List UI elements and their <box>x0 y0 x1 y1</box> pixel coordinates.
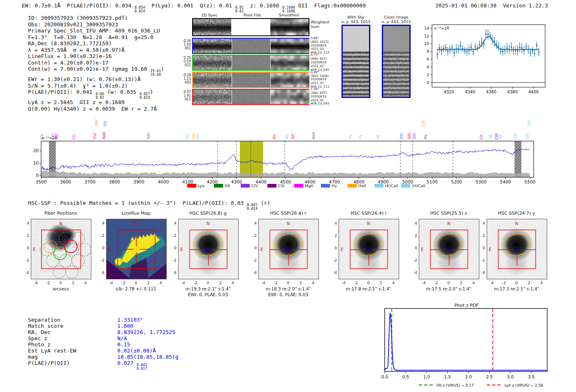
weighted-sum-strip <box>192 18 309 36</box>
x-tick-label: 0 <box>204 281 212 285</box>
svg-text:12: 12 <box>424 34 429 38</box>
svg-text:SiII: SiII <box>291 134 295 139</box>
y-tick-label: 2 <box>167 233 177 238</box>
clean-image-coords: x, y: 443, 1015 <box>376 19 417 24</box>
svg-text:Hβ: Hβ <box>488 134 492 139</box>
svg-text:OII z (VIRUS) = 0.17: OII z (VIRUS) = 0.17 <box>437 383 474 387</box>
svg-text:Lyα: Lyα <box>198 183 204 188</box>
info-line-13: LyA z = 2.5845 OII z = 0.1689 <box>28 99 164 106</box>
cutout-caption-1: m:18.3 re:2.0" s:1.4" <box>242 286 334 291</box>
cutout-panel-4: HSC SSP(26.4) r420-2-4-4-2024m:18.3 re:2… <box>245 211 329 297</box>
svg-text:3.5: 3.5 <box>528 374 535 379</box>
svg-text:2: 2 <box>427 72 429 77</box>
svg-text:Hγ: Hγ <box>423 134 427 139</box>
y-tick-label: 0 <box>248 246 257 250</box>
x-tick-label: 0 <box>513 281 521 285</box>
spec2d-image-smooth <box>271 90 309 104</box>
cutout-caption-2: EWr: 0, PLAE: 0.03 <box>242 292 334 297</box>
y-tick-label: 2 <box>476 233 485 238</box>
x-tick-label: -4 <box>420 281 428 285</box>
cutout-caption-1: m:17.3 re:2.1" s:1.4" <box>470 286 563 291</box>
x-tick-label: 4 <box>537 281 546 285</box>
svg-text:10: 10 <box>424 41 429 46</box>
svg-text:OIII: OIII <box>525 133 530 139</box>
y-tick-label: -2 <box>248 258 257 262</box>
y-tick-label: -4 <box>95 270 105 275</box>
info-line-3: Primary Spec_Slot_IFU_AMP: 409_016_036_L… <box>28 28 164 34</box>
spec2d-row-right-label: 0.99"(443, 1006)20200819v021_01409_LU_11… <box>311 71 329 89</box>
svg-text:5400: 5400 <box>500 179 511 184</box>
match-value: 8.839226, 1.772525 <box>117 329 175 335</box>
clean-image-title: Clean Image <box>376 15 417 19</box>
match-value: N/A <box>117 335 127 341</box>
with-sky-image <box>341 25 370 98</box>
x-tick-label: -2 <box>44 281 52 285</box>
spec2d-row-left-label: 0.341.40001 <box>182 39 191 50</box>
x-tick-label: 2 <box>297 281 305 285</box>
svg-text:5500: 5500 <box>525 179 536 184</box>
svg-text:2.0: 2.0 <box>465 374 472 379</box>
svg-text:HeII: HeII <box>102 132 106 139</box>
svg-text:Hβ: Hβ <box>376 134 380 139</box>
svg-text:Hγ: Hγ <box>332 183 337 188</box>
match-value: 0.02(±0.00)Å <box>117 348 156 354</box>
spec2d-col-title-1: 2D Spec <box>201 13 218 17</box>
info-line-12: P(LAE)/P(OII): 0.041 0.060.03 (w: 0.035 … <box>28 89 164 99</box>
spec2d-row-right-label: 0.77"(440, 837)20200819v021_02409_LU_092 <box>311 53 329 72</box>
y-tick-label: -2 <box>95 258 105 262</box>
spec2d-row-left-label: 0.260.59021 <box>182 56 191 67</box>
svg-text:CIV: CIV <box>251 183 258 188</box>
match-label: Photo z <box>28 341 117 348</box>
svg-text:3800: 3800 <box>109 179 120 184</box>
y-tick-label: 4 <box>248 221 257 225</box>
svg-text:4100: 4100 <box>182 179 193 184</box>
svg-text:OII: OII <box>186 135 190 139</box>
svg-text:SiIV: SiIV <box>94 119 98 126</box>
x-tick-label: 0 <box>57 281 65 285</box>
svg-text:CIII: CIII <box>422 121 426 126</box>
y-tick-label: -2 <box>167 258 177 262</box>
with-sky-panel: With Sky x, y: 443, 1015 <box>335 15 376 98</box>
y-tick-label: 0 <box>20 246 29 250</box>
svg-text:MgII: MgII <box>305 183 313 188</box>
svg-text:8: 8 <box>427 49 429 53</box>
info-line-1: ID: 3009357923 (3009357923.pdf) <box>28 15 164 21</box>
y-tick-label: 0 <box>408 246 417 250</box>
spec2d-image-noisy <box>193 56 232 70</box>
clean-image <box>382 25 411 98</box>
spec2d-image-smooth <box>271 73 309 87</box>
info-line-6: λ = 4357.59Å σ = 4.50(±0.97)Å <box>28 47 164 53</box>
svg-text:(H)CaII: (H)CaII <box>412 183 425 188</box>
y-tick-label: 4 <box>167 221 177 225</box>
x-tick-label: 2 <box>377 281 385 285</box>
spec2d-image-smooth <box>271 39 309 53</box>
svg-text:CIV: CIV <box>192 133 196 139</box>
svg-text:(K)CaII: (K)CaII <box>385 183 398 188</box>
spec2d-row-left-label: 0.181.15002 <box>182 73 191 84</box>
spec2d-image-flat <box>232 56 271 70</box>
x-tick-label: 2 <box>69 281 77 285</box>
spec2d-col-title-3: Smoothed <box>279 13 299 17</box>
y-tick-label: 4 <box>328 221 337 225</box>
svg-text:0: 0 <box>427 80 429 85</box>
match-label: P(LAE)/P(OII) <box>28 360 117 370</box>
svg-text:0.5: 0.5 <box>402 374 409 379</box>
svg-text:Hγ: Hγ <box>348 134 352 139</box>
x-tick-label: 4 <box>389 281 397 285</box>
cutout-image-cutout <box>339 219 399 279</box>
svg-text:4: 4 <box>427 65 429 69</box>
svg-text:4320: 4320 <box>444 90 454 94</box>
svg-text:CII: CII <box>72 135 76 139</box>
svg-text:3900: 3900 <box>133 179 144 184</box>
cutout-panel-3: HSC SSP(26.8) g420-2-4-4-2024m:19.3 re:2… <box>165 211 249 297</box>
cutout-image-cutout <box>258 219 319 279</box>
svg-text:10: 10 <box>33 160 39 165</box>
svg-text:OII: OII <box>225 183 230 188</box>
y-tick-label: -2 <box>20 258 29 262</box>
info-line-11: S/N = 5.7(±0.4) χ² = 1.0(±0.2) <box>28 83 164 89</box>
spec2d-image-smooth <box>271 56 309 70</box>
svg-text:4380: 4380 <box>507 90 518 94</box>
spec2d-row <box>192 38 309 54</box>
header-timestamp: 2025-01-01 06:08:30 <box>435 2 497 9</box>
spec-2d-panel: 2D Spec Pixel Flat Smoothed Weighted Sum… <box>182 13 355 107</box>
